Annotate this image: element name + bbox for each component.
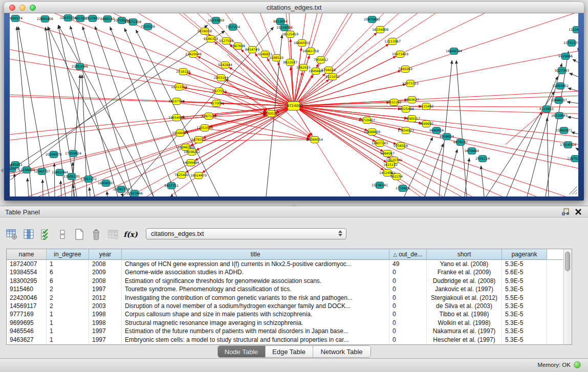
- graph-node[interactable]: [556, 83, 564, 90]
- select-all-rows-icon[interactable]: [40, 229, 51, 240]
- table-scrollbar-thumb[interactable]: [565, 252, 570, 271]
- graph-node[interactable]: [555, 97, 563, 104]
- graph-node[interactable]: [317, 57, 325, 63]
- graph-node[interactable]: [50, 151, 58, 158]
- graph-node[interactable]: [68, 173, 76, 180]
- graph-node[interactable]: [272, 55, 280, 61]
- panel-collapse-arrow[interactable]: [1, 168, 4, 173]
- column-header-pagerank[interactable]: pagerank: [502, 249, 547, 260]
- column-header-title[interactable]: title: [122, 249, 389, 260]
- graph-node[interactable]: [406, 80, 415, 87]
- graph-node[interactable]: [397, 143, 405, 149]
- graph-node[interactable]: [324, 67, 333, 74]
- graph-node[interactable]: [401, 66, 409, 73]
- graph-node[interactable]: [102, 180, 110, 187]
- graph-node[interactable]: [76, 15, 84, 22]
- graph-node[interactable]: [215, 88, 223, 95]
- window-titlebar[interactable]: citations_edges.txt: [4, 2, 584, 13]
- table-row[interactable]: 946554611997Estimation of the future num…: [7, 327, 563, 335]
- graph-node[interactable]: [286, 59, 294, 66]
- graph-node[interactable]: [299, 64, 308, 71]
- graph-node[interactable]: [388, 38, 397, 45]
- column-header-name[interactable]: name: [7, 249, 47, 260]
- graph-node[interactable]: [280, 25, 289, 31]
- graph-node[interactable]: [555, 113, 563, 119]
- graph-node[interactable]: [561, 53, 570, 60]
- table-row[interactable]: 1938455462009Genome-wide association stu…: [7, 268, 563, 276]
- graph-node[interactable]: [450, 48, 458, 55]
- graph-node[interactable]: [560, 127, 568, 134]
- graph-node[interactable]: [212, 17, 220, 24]
- graph-node[interactable]: [329, 74, 337, 80]
- graph-node[interactable]: [194, 172, 203, 179]
- graph-node[interactable]: [175, 84, 183, 91]
- graph-node[interactable]: [56, 169, 64, 176]
- delete-table-icon[interactable]: [107, 229, 119, 240]
- graph-node[interactable]: [307, 48, 315, 55]
- create-column-icon[interactable]: [74, 229, 85, 240]
- graph-node[interactable]: [167, 183, 176, 189]
- table-row[interactable]: 977716911998Corpus callosum shape and si…: [7, 310, 563, 318]
- graph-node[interactable]: [64, 15, 72, 21]
- table-mode-icon[interactable]: [6, 229, 17, 240]
- graph-node[interactable]: [312, 68, 320, 75]
- graph-node[interactable]: [468, 148, 476, 155]
- graph-node[interactable]: [422, 121, 430, 127]
- graph-node[interactable]: [172, 115, 181, 121]
- graph-node[interactable]: [443, 134, 451, 140]
- tab-network-table[interactable]: Network Table: [313, 346, 371, 357]
- graph-node[interactable]: [172, 98, 181, 105]
- table-row[interactable]: 946362711997Embryonic stem cells: a mode…: [7, 336, 563, 344]
- table-select-dropdown[interactable]: citations_edges.txt: [146, 228, 346, 239]
- graph-node[interactable]: [201, 28, 209, 35]
- graph-node[interactable]: [402, 106, 410, 113]
- table-row[interactable]: 1872400712008Changes of HCN gene express…: [7, 260, 563, 268]
- graph-node[interactable]: [41, 16, 49, 23]
- graph-node[interactable]: [229, 24, 237, 31]
- graph-node[interactable]: [261, 51, 269, 58]
- graph-node[interactable]: [311, 137, 319, 143]
- graph-node[interactable]: [368, 16, 376, 23]
- graph-node[interactable]: [363, 117, 371, 124]
- unselect-rows-icon[interactable]: [57, 229, 68, 240]
- graph-node[interactable]: [89, 15, 97, 22]
- graph-node[interactable]: [558, 68, 566, 74]
- graph-node[interactable]: [276, 18, 285, 25]
- graph-node[interactable]: [383, 170, 391, 177]
- graph-node[interactable]: [376, 140, 384, 147]
- table-row[interactable]: 969969511998Structural magnetic resonanc…: [7, 319, 563, 327]
- graph-node[interactable]: [399, 185, 407, 192]
- graph-node[interactable]: [408, 116, 416, 122]
- column-header-year[interactable]: year: [89, 249, 122, 260]
- tab-edge-table[interactable]: Edge Table: [266, 346, 313, 357]
- graph-node[interactable]: [376, 27, 384, 33]
- graph-node[interactable]: [205, 113, 213, 120]
- graph-node[interactable]: [23, 167, 31, 173]
- graph-node[interactable]: [298, 40, 306, 47]
- graph-node[interactable]: [129, 19, 137, 26]
- graph-node[interactable]: [288, 102, 300, 111]
- column-header-out-de-[interactable]: △out_de...: [389, 249, 427, 260]
- graph-node[interactable]: [422, 103, 430, 110]
- graph-node[interactable]: [117, 186, 125, 193]
- graph-node[interactable]: [69, 150, 77, 157]
- graph-node[interactable]: [234, 43, 242, 50]
- graph-node[interactable]: [187, 160, 195, 166]
- graph-node[interactable]: [568, 40, 576, 47]
- graph-node[interactable]: [396, 51, 404, 58]
- graph-node[interactable]: [84, 176, 93, 183]
- column-header-in-degree[interactable]: in_degree: [47, 249, 89, 260]
- graph-node[interactable]: [178, 172, 186, 179]
- graph-node[interactable]: [402, 127, 410, 134]
- table-row[interactable]: 2242004622012Investigating the contribut…: [7, 294, 563, 302]
- tab-node-table[interactable]: Node Table: [218, 346, 266, 357]
- graph-node[interactable]: [201, 125, 209, 132]
- graph-node[interactable]: [386, 162, 395, 168]
- graph-node[interactable]: [194, 137, 203, 143]
- graph-node[interactable]: [248, 47, 256, 53]
- graph-node[interactable]: [376, 182, 384, 189]
- graph-node[interactable]: [118, 17, 126, 24]
- graph-node[interactable]: [189, 51, 198, 58]
- graph-node[interactable]: [144, 24, 152, 30]
- graph-node[interactable]: [390, 99, 398, 106]
